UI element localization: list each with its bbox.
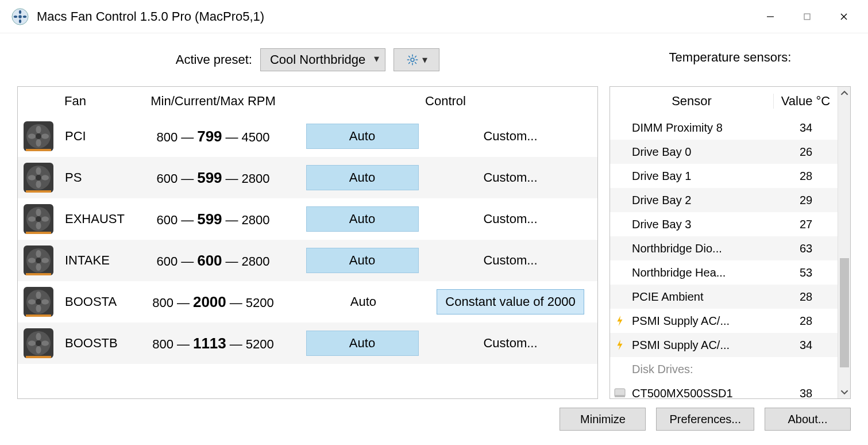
fan-auto-button[interactable]: Auto [306, 165, 419, 190]
svg-point-6 [411, 58, 414, 62]
svg-point-1 [18, 15, 22, 18]
fan-name: EXHAUST [65, 212, 125, 227]
svg-rect-30 [26, 273, 51, 275]
fan-rpm: 800—799—4500 [133, 116, 294, 157]
fan-icon [22, 203, 55, 235]
svg-point-29 [36, 258, 41, 263]
svg-line-14 [415, 56, 416, 57]
sensor-name: Drive Bay 3 [630, 218, 774, 231]
fan-rpm: 800—1113—5200 [133, 323, 294, 364]
sensor-row[interactable]: CT500MX500SSD138 [610, 381, 838, 398]
fan-name: INTAKE [65, 253, 110, 268]
sensor-scrollbar[interactable] [838, 87, 850, 398]
scroll-up-icon[interactable] [840, 89, 848, 97]
sensor-row[interactable]: Drive Bay 128 [610, 164, 838, 188]
sensor-row[interactable]: Drive Bay 026 [610, 140, 838, 164]
fan-auto-button[interactable]: Auto [306, 124, 419, 149]
window-close-button[interactable] [825, 4, 862, 29]
about-button[interactable]: About... [765, 408, 851, 431]
fan-auto-button[interactable]: Auto [306, 206, 419, 232]
sensor-header-value[interactable]: Value °C [773, 94, 838, 109]
sensor-name: Northbridge Dio... [630, 242, 774, 255]
fan-rpm: 600—599—2800 [133, 198, 294, 240]
sensor-row[interactable]: Drive Bay 327 [610, 212, 838, 236]
fan-row: INTAKE 600—600—2800 Auto Custom... [18, 240, 597, 281]
svg-point-17 [36, 133, 41, 139]
fan-rpm: 600—599—2800 [133, 157, 294, 198]
svg-line-13 [408, 63, 410, 64]
sensor-value: 53 [774, 266, 838, 279]
fan-header-fan[interactable]: Fan [18, 87, 133, 116]
sensor-value: 63 [774, 242, 838, 255]
sensor-row[interactable]: PSMI Supply AC/...28 [610, 309, 838, 333]
sensor-value: 28 [774, 170, 838, 183]
sensor-name: CT500MX500SSD1 [630, 387, 774, 399]
footer: Minimize Preferences... About... [0, 399, 868, 439]
sensor-value: 28 [774, 290, 838, 304]
preset-row: Active preset: Cool Northbridge ▾ [17, 46, 598, 74]
fan-auto-button[interactable]: Auto [306, 248, 419, 273]
sensor-title: Temperature sensors: [609, 46, 851, 74]
sensor-row[interactable]: PCIE Ambient28 [610, 285, 838, 309]
fan-icon [22, 120, 55, 152]
fan-auto-button[interactable]: Auto [306, 331, 419, 356]
minimize-button[interactable]: Minimize [560, 408, 646, 431]
preferences-button[interactable]: Preferences... [656, 408, 754, 431]
sensor-value: 26 [774, 145, 838, 159]
fan-icon [22, 327, 55, 359]
svg-point-33 [36, 299, 41, 305]
fan-custom-button[interactable]: Custom... [436, 165, 585, 190]
sensor-group-label: Disk Drives: [630, 363, 774, 376]
fan-header-control[interactable]: Control [294, 87, 597, 116]
fan-name: PCI [65, 129, 86, 144]
fan-name: PS [65, 170, 82, 185]
sensor-panel: Sensor Value °C DIMM Proximity 834Drive … [609, 86, 851, 399]
fan-name: BOOSTB [65, 336, 118, 351]
sensor-value: 38 [774, 387, 838, 399]
fan-custom-button[interactable]: Custom... [436, 331, 585, 356]
preset-dropdown[interactable]: Cool Northbridge [260, 48, 385, 71]
titlebar: Macs Fan Control 1.5.0 Pro (MacPro5,1) [0, 0, 868, 33]
fan-row: PCI 800—799—4500 Auto Custom... [18, 116, 597, 157]
fan-custom-button[interactable]: Custom... [436, 248, 585, 273]
sensor-name: Drive Bay 0 [630, 145, 774, 159]
scroll-down-icon[interactable] [840, 388, 848, 396]
fan-icon [22, 162, 55, 194]
fan-icon [22, 286, 55, 318]
fan-custom-selected[interactable]: Constant value of 2000 [437, 289, 584, 314]
window-minimize-button[interactable] [752, 4, 789, 29]
svg-rect-26 [26, 232, 51, 234]
scroll-thumb[interactable] [840, 258, 849, 367]
fan-row: PS 600—599—2800 Auto Custom... [18, 157, 597, 198]
svg-line-12 [415, 63, 416, 64]
sensor-name: Drive Bay 2 [630, 194, 774, 207]
fan-custom-button[interactable]: Custom... [436, 206, 585, 232]
svg-point-37 [36, 340, 41, 346]
sensor-value: 29 [774, 194, 838, 207]
window-title: Macs Fan Control 1.5.0 Pro (MacPro5,1) [37, 9, 752, 24]
sensor-row[interactable]: Drive Bay 229 [610, 188, 838, 212]
fan-auto-button[interactable]: Auto [307, 289, 419, 314]
svg-rect-18 [26, 149, 51, 151]
sensor-value: 28 [774, 314, 838, 328]
fan-header-rpm[interactable]: Min/Current/Max RPM [133, 87, 294, 116]
fan-rpm: 800—2000—5200 [133, 281, 294, 323]
fan-panel: Fan Min/Current/Max RPM Control PCI [17, 86, 598, 399]
app-icon [11, 8, 29, 25]
fan-name: BOOSTA [65, 294, 117, 309]
sensor-row[interactable]: DIMM Proximity 834 [610, 116, 838, 140]
sensor-header-sensor[interactable]: Sensor [610, 94, 773, 109]
window-maximize-button[interactable] [789, 4, 825, 29]
svg-rect-3 [804, 14, 810, 20]
preset-settings-button[interactable]: ▾ [394, 48, 439, 71]
sensor-row[interactable]: PSMI Supply AC/...34 [610, 333, 838, 357]
bolt-icon [616, 316, 624, 326]
sensor-group-row: Disk Drives: [610, 357, 838, 381]
sensor-name: PSMI Supply AC/... [630, 339, 774, 352]
svg-line-11 [408, 56, 410, 57]
bolt-icon [616, 340, 624, 350]
sensor-row[interactable]: Northbridge Dio...63 [610, 236, 838, 260]
disk-icon [614, 388, 626, 398]
sensor-row[interactable]: Northbridge Hea...53 [610, 260, 838, 285]
fan-custom-button[interactable]: Custom... [436, 124, 585, 149]
